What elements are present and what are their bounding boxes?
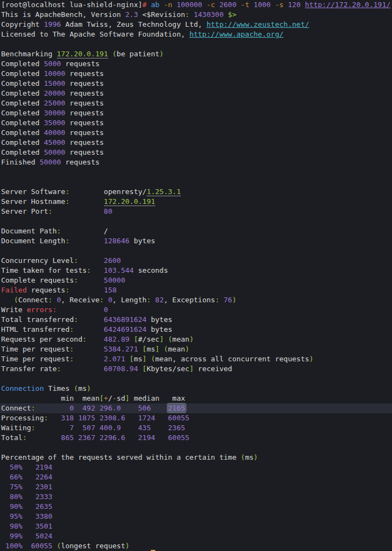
link[interactable]: 172.20.0.191 xyxy=(104,197,155,206)
text-segment xyxy=(22,473,35,481)
text-segment: 60055 xyxy=(168,414,189,422)
text-segment: [root@localhost lua-shield-nginx] xyxy=(1,1,142,9)
text-segment: Connection xyxy=(1,384,44,392)
text-segment: errors xyxy=(27,306,52,314)
text-segment: requests xyxy=(65,148,103,156)
text-segment xyxy=(78,256,104,265)
percentile-row: 90% 2635 xyxy=(0,502,392,512)
text-segment: 128646 xyxy=(104,237,130,245)
text-segment: 120 xyxy=(288,1,300,9)
text-segment: 2365 xyxy=(168,424,185,432)
text-segment xyxy=(74,355,104,363)
text-segment xyxy=(22,522,35,530)
text-segment: Percentage of the requests served within… xyxy=(1,453,241,461)
blank xyxy=(0,246,392,256)
text-segment xyxy=(48,414,61,422)
connect-row: Connect: 0 492 296.0 506 2165 xyxy=(0,403,392,413)
link[interactable]: 172.20.0.191 xyxy=(57,50,108,58)
text-segment: Completed xyxy=(1,89,44,97)
link[interactable]: http://www.apache.org/ xyxy=(189,30,283,38)
transfer-rate: Transfer rate: 60708.94 [Kbytes/sec] rec… xyxy=(0,364,392,374)
text-segment: mean, across all concurrent requests xyxy=(155,355,309,363)
text-segment xyxy=(1,532,10,540)
text-segment: ( xyxy=(151,355,155,363)
text-segment: #/sec xyxy=(138,335,159,343)
link[interactable]: 1.25.3.1 xyxy=(147,187,181,196)
text-segment: requests xyxy=(65,119,103,127)
text-segment xyxy=(125,414,138,422)
text-segment xyxy=(69,286,104,294)
text-segment: seconds xyxy=(134,266,168,274)
text-segment: + xyxy=(104,394,108,402)
text-segment: ms xyxy=(78,384,87,392)
text-segment: Server Hostname xyxy=(1,197,65,206)
text-segment xyxy=(61,365,104,373)
text-segment: Completed xyxy=(1,99,44,107)
link[interactable]: http://172.20.0.191/ xyxy=(305,1,391,9)
text-segment: Completed xyxy=(1,109,44,117)
text-segment xyxy=(104,296,108,304)
time-taken: Time taken for tests: 103.544 seconds xyxy=(0,266,392,276)
blank xyxy=(0,167,392,177)
text-segment xyxy=(249,1,254,9)
processing-row: Processing: 318 1875 2308.6 1724 60055 xyxy=(0,413,392,423)
text-segment: mean xyxy=(168,345,185,353)
text-segment xyxy=(52,207,104,215)
text-segment: 30000 xyxy=(44,109,65,117)
text-segment: 95% xyxy=(10,512,22,520)
text-segment: Waiting xyxy=(1,424,31,432)
text-segment: requests xyxy=(61,158,100,166)
text-segment xyxy=(22,493,35,501)
text-segment: ms xyxy=(134,355,143,363)
text-segment xyxy=(151,424,168,432)
text-segment xyxy=(74,433,78,442)
text-segment xyxy=(108,50,113,58)
text-segment: 3501 xyxy=(36,522,52,530)
text-segment: Completed xyxy=(1,148,44,156)
text-segment xyxy=(301,1,305,9)
text-segment xyxy=(121,404,138,412)
text-segment: : xyxy=(31,424,36,432)
text-segment xyxy=(52,542,57,550)
link[interactable]: http://www.zeustech.net/ xyxy=(207,20,309,28)
text-segment: 0 xyxy=(69,404,74,412)
text-segment: Completed xyxy=(1,79,44,87)
total-row: Total: 865 2367 2296.6 2194 60055 xyxy=(0,433,392,443)
text-segment: , Exceptions xyxy=(163,296,215,304)
text-segment: -s xyxy=(275,1,284,9)
text-segment: Document Path xyxy=(1,227,57,235)
text-segment: : xyxy=(31,404,36,412)
text-segment: ] xyxy=(125,394,130,402)
progress-line: Completed 20000 requests xyxy=(0,89,392,98)
percentile-row: 80% 2333 xyxy=(0,492,392,502)
search-match-highlight: 2165 xyxy=(168,404,185,412)
text-segment: 90% xyxy=(10,502,22,511)
terminal-window[interactable]: [root@localhost lua-shield-nginx]# ab -n… xyxy=(0,0,392,551)
text-segment: ) xyxy=(189,335,194,343)
text-segment xyxy=(151,296,155,304)
text-segment: 492 xyxy=(83,404,95,412)
progress-line: Completed 50000 requests xyxy=(0,148,392,157)
text-segment: : xyxy=(57,227,61,235)
text-segment xyxy=(69,197,104,206)
text-segment: Complete requests xyxy=(1,276,74,284)
text-segment xyxy=(172,1,177,9)
text-segment: ( xyxy=(168,335,172,343)
complete-requests: Complete requests: 50000 xyxy=(0,276,392,285)
text-segment: : xyxy=(147,296,151,304)
text-segment xyxy=(1,483,10,491)
text-segment: 2264 xyxy=(36,473,52,481)
text-segment: [ xyxy=(142,345,147,353)
text-segment: mean xyxy=(172,335,189,343)
text-segment: # xyxy=(142,1,147,9)
connection-times-title: Connection Times (ms) xyxy=(0,384,392,394)
text-segment: 2635 xyxy=(36,502,52,511)
text-segment xyxy=(74,404,83,412)
text-segment: ) xyxy=(87,384,91,392)
text-segment: 2367 xyxy=(78,433,95,442)
text-segment: Times xyxy=(44,384,74,392)
text-segment: ) xyxy=(185,345,190,353)
text-segment: HTML transferred xyxy=(1,325,69,333)
text-segment: 76 xyxy=(224,296,232,304)
text-segment: Processing xyxy=(1,414,44,422)
